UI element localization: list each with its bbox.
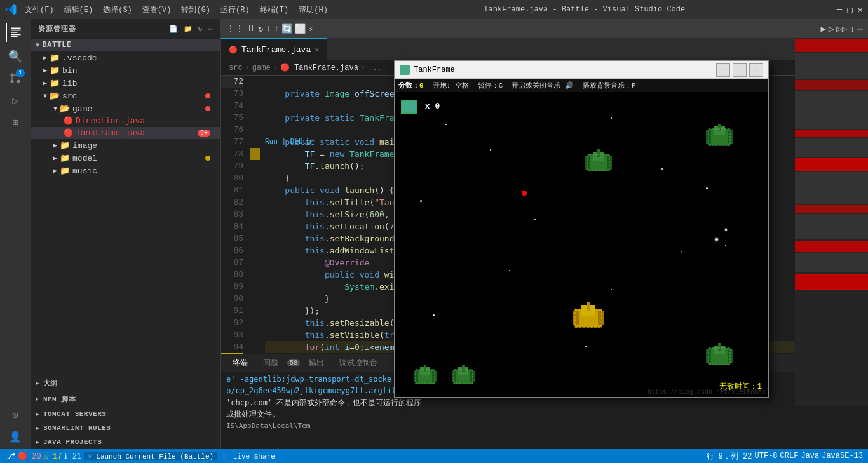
activity-search[interactable]: 🔍 (6, 47, 25, 66)
sidebar-section-sonarlint[interactable]: ▶ SONARLINT RULES (31, 421, 220, 435)
tree-item-src[interactable]: ▼ 📂 src (31, 90, 220, 102)
line-ending[interactable]: CRLF (780, 452, 799, 460)
menu-goto[interactable]: 转到(G) (177, 3, 215, 17)
svg-rect-31 (424, 365, 426, 372)
star (706, 187, 708, 189)
menu-view[interactable]: 查看(V) (138, 3, 176, 17)
toolbar-up-btn[interactable]: ↑ (274, 23, 279, 34)
tree-item-tankframe[interactable]: 🔴 TankFrame.java 9+ (31, 127, 220, 139)
launch-status[interactable]: ⚡ Launch Current File (Battle) (84, 452, 217, 460)
music-toggle: 开启或关闭音乐 🔊 (512, 81, 574, 90)
toolbar: ⋮⋮ ⏸ ↻ ↓ ↑ 🔄 ⬜ ⚡ ▶ ▷ ▷▷ ◫ ⋯ (221, 19, 868, 38)
menu-edit[interactable]: 编辑(E) (60, 3, 98, 17)
live-share-btn[interactable]: 👤 Live Share (220, 452, 275, 460)
warnings-count[interactable]: ⚠ 17 (44, 452, 62, 461)
tree-item-game[interactable]: ▼ 📂 game (31, 102, 220, 115)
menu-bar: 文件(F) 编辑(E) 选择(S) 查看(V) 转到(G) 运行(R) 终端(T… (20, 3, 332, 17)
sidebar-section-java[interactable]: ▶ JAVA PROJECTS (31, 435, 220, 449)
minimize-btn[interactable]: ─ (837, 4, 842, 15)
game-maximize-btn[interactable]: ▢ (733, 63, 747, 77)
line-num: 91 (221, 305, 243, 317)
toolbar-split-btn[interactable]: ◫ (850, 23, 855, 34)
breadcrumb-game[interactable]: game (252, 64, 271, 72)
language[interactable]: Java (801, 452, 819, 460)
enemy-tank-3 (706, 343, 733, 372)
sidebar-title: 资源管理器 (38, 24, 76, 34)
tree-item-direction[interactable]: 🔴 Direction.java (31, 115, 220, 127)
tree-item-image[interactable]: ▶ 📁 image (31, 139, 220, 152)
tree-item-model[interactable]: ▶ 📁 model (31, 152, 220, 164)
pause-key: 暂停：C (478, 81, 503, 90)
panel-tab-output[interactable]: 输出 (302, 356, 330, 370)
enemy-tank-4 (414, 365, 437, 391)
chevron-right-icon: ▶ (53, 167, 57, 175)
toolbar-down-btn[interactable]: ↓ (266, 23, 271, 34)
toolbar-pause-btn[interactable]: ⏸ (247, 23, 255, 34)
tree-item-vscode[interactable]: ▶ 📁 .vscode (31, 51, 220, 64)
menu-terminal[interactable]: 终端(T) (255, 3, 294, 17)
row-col[interactable]: 行 9，列 22 (707, 451, 752, 462)
enemy-tank-5 (452, 365, 475, 391)
window-controls: ─ ▢ ✕ (837, 4, 863, 15)
tree-item-bin[interactable]: ▶ 📁 bin (31, 64, 220, 77)
breadcrumb-file[interactable]: 🔴 TankFrame.java (280, 63, 358, 72)
activity-git[interactable]: 1 (6, 69, 25, 88)
activity-accounts[interactable]: 👤 (6, 427, 25, 446)
toolbar-play-btn[interactable]: ▶ (820, 23, 825, 34)
tree-label: bin (62, 66, 77, 76)
breadcrumb-src[interactable]: src (229, 64, 243, 72)
collapse-all-btn[interactable]: ⋯ (208, 25, 213, 33)
maximize-btn[interactable]: ▢ (847, 4, 852, 15)
toolbar-run-btn[interactable]: ▷▷ (836, 23, 847, 34)
toolbar-layout-btn[interactable]: ⋮⋮ (226, 23, 244, 34)
toolbar-more-btn[interactable]: ⋯ (858, 23, 863, 34)
new-file-btn[interactable]: 📄 (169, 25, 179, 33)
git-badge: 1 (16, 69, 25, 77)
java-version[interactable]: JavaSE-13 (822, 452, 863, 460)
refresh-btn[interactable]: ↻ (198, 25, 203, 33)
new-folder-btn[interactable]: 📁 (184, 25, 193, 33)
enemy-tank-2 (706, 124, 733, 153)
folder-icon: 📁 (60, 166, 70, 176)
info-count[interactable]: ℹ 21 (64, 452, 81, 461)
svg-rect-25 (718, 343, 721, 351)
toolbar-flash-btn[interactable]: ⚡ (308, 23, 313, 34)
activity-extensions[interactable]: ⊞ (6, 113, 25, 132)
toolbar-stop-btn[interactable]: ⬜ (295, 23, 306, 34)
encoding[interactable]: UTF-8 (755, 452, 778, 460)
folder-icon: 📁 (50, 65, 60, 76)
errors-count[interactable]: 🔴 20 (18, 452, 41, 461)
activity-remote[interactable]: ⊕ (6, 406, 25, 425)
enemy-tank-1 (585, 149, 612, 178)
panel-tab-debug[interactable]: 调试控制台 (333, 356, 384, 370)
star (420, 200, 422, 202)
sidebar-section-tomcat[interactable]: ▶ TOMCAT SERVERS (31, 407, 220, 421)
menu-file[interactable]: 文件(F) (20, 3, 58, 17)
toolbar-refresh-btn[interactable]: ↻ (258, 23, 263, 34)
game-close-btn[interactable]: ✕ (749, 63, 763, 77)
tab-tankframe[interactable]: 🔴 TankFrame.java ✕ (221, 38, 327, 60)
watermark: https://blog.csdn.net/xuesenmax (645, 387, 768, 397)
menu-run[interactable]: 运行(R) (216, 3, 254, 17)
panel-tab-terminal[interactable]: 终端 (226, 356, 254, 370)
file-icon: 🔴 (64, 128, 73, 138)
game-minimize-btn[interactable]: ─ (716, 63, 730, 77)
close-icon[interactable]: ✕ (315, 45, 319, 55)
toolbar-cycle-btn[interactable]: 🔄 (281, 23, 292, 34)
menu-help[interactable]: 帮助(H) (294, 3, 332, 17)
section-label: NPM 脚本 (43, 394, 76, 404)
toolbar-debug-play-btn[interactable]: ▷ (829, 23, 834, 34)
run-debug-text[interactable]: Run | Debug (265, 137, 311, 145)
activity-run[interactable]: ▷ (6, 91, 25, 111)
tree-item-music[interactable]: ▶ 📁 music (31, 164, 220, 177)
panel-tab-problems[interactable]: 问题 (257, 356, 285, 370)
svg-point-0 (17, 80, 20, 83)
close-btn[interactable]: ✕ (858, 4, 863, 15)
chevron-right-icon: ▶ (36, 396, 39, 403)
activity-explorer[interactable] (6, 23, 25, 42)
tree-root-battle[interactable]: ▼ BATTLE (31, 39, 220, 51)
sidebar-section-npm[interactable]: ▶ NPM 脚本 (31, 391, 220, 407)
sidebar-section-outline[interactable]: ▶ 大纲 (31, 375, 220, 391)
menu-select[interactable]: 选择(S) (98, 3, 137, 17)
tree-item-lib[interactable]: ▶ 📁 lib (31, 77, 220, 90)
